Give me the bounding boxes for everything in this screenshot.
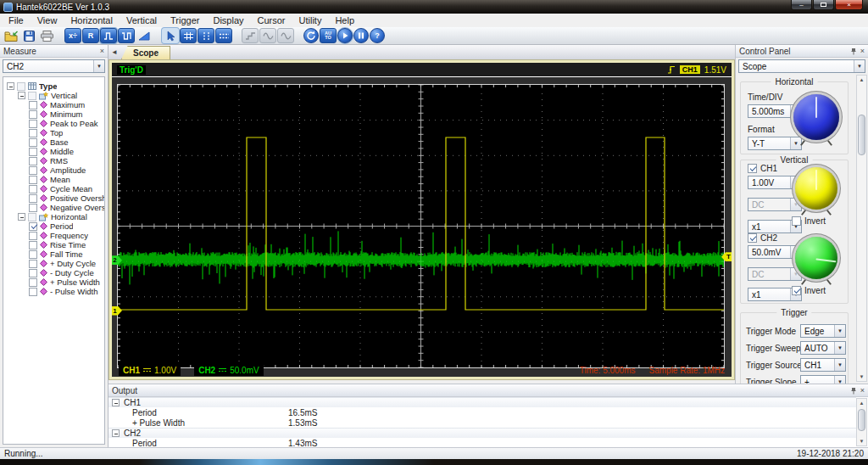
tree-row-type[interactable]: Type: [3, 81, 104, 91]
tree-row-base[interactable]: Base: [3, 137, 104, 147]
tree-row--duty-cycle[interactable]: + Duty Cycle: [3, 259, 104, 268]
pin-icon[interactable]: [850, 387, 857, 395]
tree-row-fall-time[interactable]: Fall Time: [3, 249, 104, 259]
menu-item-file[interactable]: File: [2, 15, 31, 25]
tree-checkbox[interactable]: [29, 157, 37, 165]
measure-channel-select[interactable]: CH2 ▼: [3, 59, 105, 73]
toolbar-button-default-setup[interactable]: x÷: [64, 28, 81, 43]
collapse-icon[interactable]: [18, 213, 25, 221]
ch1-invert-checkbox[interactable]: [792, 216, 801, 226]
tree-checkbox[interactable]: [29, 185, 37, 193]
tree-checkbox[interactable]: [29, 288, 37, 296]
tree-checkbox[interactable]: [29, 194, 37, 203]
toolbar-button-help[interactable]: ?: [370, 28, 385, 43]
toolbar-button-ramp[interactable]: [136, 28, 153, 43]
menu-item-view[interactable]: View: [31, 15, 64, 25]
ch2-volts-select[interactable]: 50.0mV▼: [748, 245, 802, 259]
ch2-enable-checkbox[interactable]: [748, 233, 757, 243]
horizontal-knob[interactable]: [793, 94, 839, 140]
toolbar-button-pause[interactable]: [353, 28, 369, 43]
tree-row--pulse-width[interactable]: + Pulse Width: [3, 277, 104, 287]
toolbar-button-refresh[interactable]: [303, 28, 319, 43]
collapse-icon[interactable]: [7, 82, 14, 90]
trigger-source-select[interactable]: CH1▼: [800, 358, 846, 372]
tree-row-period[interactable]: Period: [3, 221, 104, 231]
collapse-icon[interactable]: [112, 399, 120, 406]
format-select[interactable]: Y-T▼: [748, 137, 802, 150]
maximize-button[interactable]: [813, 0, 834, 10]
close-icon[interactable]: ×: [860, 47, 865, 55]
tree-checkbox[interactable]: [29, 101, 37, 109]
tree-checkbox[interactable]: [29, 110, 37, 119]
collapse-icon[interactable]: [18, 92, 25, 99]
toolbar-button-waveform-pulse[interactable]: [118, 28, 135, 43]
toolbar-button-sine-wave[interactable]: [259, 28, 276, 43]
toolbar-button-vertical-cursors[interactable]: [198, 28, 214, 43]
scrollbar-thumb[interactable]: [858, 115, 865, 155]
tree-row--pulse-width[interactable]: - Pulse Width: [3, 287, 104, 296]
tree-row-peak-to-peak[interactable]: Peak to Peak: [3, 119, 104, 128]
toolbar-button-open[interactable]: [3, 28, 19, 43]
tree-checkbox[interactable]: [29, 138, 37, 147]
pin-icon[interactable]: [850, 48, 857, 55]
menu-item-vertical[interactable]: Vertical: [120, 15, 164, 25]
ch1-volts-select[interactable]: 1.00V▼: [748, 176, 802, 189]
tree-checkbox[interactable]: [29, 129, 37, 137]
output-group-ch2[interactable]: CH2: [108, 428, 856, 438]
tree-row-horizontal[interactable]: Horizontal: [3, 212, 104, 221]
tree-checkbox[interactable]: [29, 166, 37, 175]
scroll-up-icon[interactable]: ▲: [857, 399, 866, 407]
tree-row-rise-time[interactable]: Rise Time: [3, 240, 104, 249]
toolbar-button-cursor-arrow[interactable]: [162, 28, 179, 43]
trigger-mode-select[interactable]: Edge▼: [800, 324, 846, 338]
tree-row-rms[interactable]: RMS: [3, 156, 104, 165]
close-icon[interactable]: ×: [860, 386, 865, 395]
tree-checkbox[interactable]: [29, 204, 37, 212]
tree-checkbox[interactable]: [28, 213, 36, 221]
output-group-ch1[interactable]: CH1: [108, 397, 856, 407]
tree-checkbox[interactable]: [29, 222, 37, 231]
tree-row-mean[interactable]: Mean: [3, 175, 104, 184]
tree-checkbox[interactable]: [29, 250, 37, 259]
ch2-knob[interactable]: [795, 237, 837, 279]
tree-checkbox[interactable]: [29, 278, 37, 287]
tab-scroll-left-icon[interactable]: ◄: [111, 48, 118, 56]
toolbar-button-auto-setup[interactable]: AUTO: [320, 28, 337, 43]
tree-row-amplitude[interactable]: Amplitude: [3, 165, 104, 175]
tree-row-frequency[interactable]: Frequency: [3, 231, 104, 240]
toolbar-button-step-wave[interactable]: [242, 28, 259, 43]
scroll-down-icon[interactable]: ▼: [857, 437, 866, 445]
toolbar-button-sine-wave-2[interactable]: [277, 28, 294, 43]
tree-row-top[interactable]: Top: [3, 128, 104, 137]
tree-row-vertical[interactable]: Vertical: [3, 91, 104, 100]
close-button[interactable]: ×: [835, 0, 863, 10]
tree-row-cycle-mean[interactable]: Cycle Mean: [3, 184, 104, 193]
tab-scope[interactable]: Scope: [121, 46, 170, 59]
menu-item-display[interactable]: Display: [206, 15, 250, 25]
tree-checkbox[interactable]: [29, 269, 37, 277]
tree-checkbox[interactable]: [28, 92, 36, 100]
menu-item-horizontal[interactable]: Horizontal: [64, 15, 120, 25]
toolbar-button-save[interactable]: [20, 28, 37, 43]
control-scrollbar[interactable]: ▲ ▼: [856, 75, 867, 382]
control-mode-select[interactable]: Scope ▼: [738, 59, 865, 73]
menu-item-trigger[interactable]: Trigger: [164, 15, 206, 25]
scrollbar-thumb[interactable]: [858, 409, 865, 431]
toolbar-button-grid-display[interactable]: [180, 28, 197, 43]
toolbar-button-horizontal-cursors[interactable]: [215, 28, 232, 43]
tree-row--duty-cycle[interactable]: - Duty Cycle: [3, 268, 104, 277]
menu-item-utility[interactable]: Utility: [292, 15, 329, 25]
ch1-enable-checkbox[interactable]: [748, 164, 757, 173]
tree-checkbox[interactable]: [17, 82, 25, 91]
toolbar-button-waveform-square[interactable]: [100, 28, 117, 43]
tree-row-positive-overshoot[interactable]: Positive Overshoot: [3, 193, 104, 203]
toolbar-button-print[interactable]: [38, 28, 55, 43]
tree-checkbox[interactable]: [29, 176, 37, 184]
scroll-up-icon[interactable]: ▲: [857, 76, 866, 84]
tree-row-middle[interactable]: Middle: [3, 147, 104, 156]
tree-checkbox[interactable]: [29, 241, 37, 249]
scroll-down-icon[interactable]: ▼: [857, 373, 866, 381]
trigger-sweep-select[interactable]: AUTO▼: [800, 341, 846, 355]
menu-item-help[interactable]: Help: [328, 15, 361, 25]
tree-row-negative-overshoot[interactable]: Negative Overshoot: [3, 203, 104, 212]
